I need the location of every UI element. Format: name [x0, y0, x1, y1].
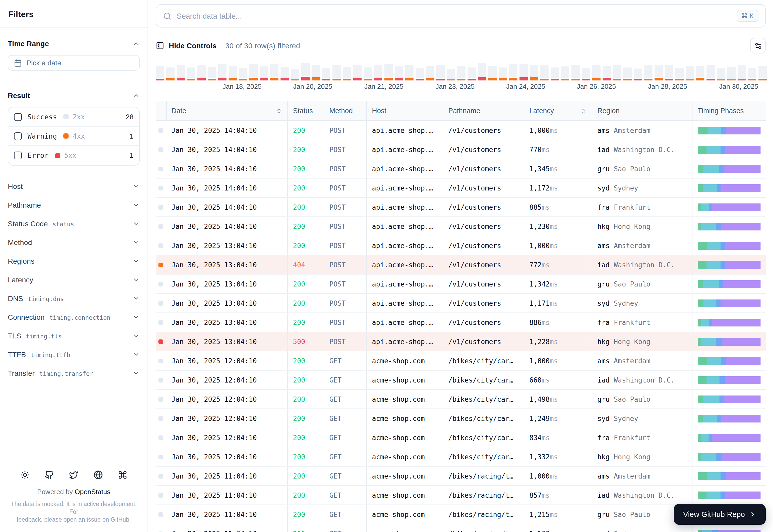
- histogram-bar[interactable]: [405, 65, 413, 80]
- table-row[interactable]: Jan 30, 2025 13:04:10404POSTapi.acme-sho…: [156, 255, 766, 275]
- histogram-bar[interactable]: [426, 66, 434, 80]
- result-option-warning[interactable]: Warning4xx1: [8, 127, 139, 146]
- chevron-up-icon[interactable]: [132, 92, 140, 99]
- histogram-bar[interactable]: [592, 65, 601, 80]
- histogram-bar[interactable]: [665, 65, 673, 80]
- sort-chevrons-icon[interactable]: [276, 108, 282, 114]
- histogram-bar[interactable]: [374, 65, 382, 80]
- histogram-bar[interactable]: [696, 66, 704, 80]
- table-row[interactable]: Jan 30, 2025 14:04:10200POSTapi.acme-sho…: [156, 217, 766, 236]
- histogram-bar[interactable]: [488, 66, 497, 80]
- histogram-bar[interactable]: [509, 64, 517, 80]
- histogram-bar[interactable]: [187, 67, 195, 80]
- chevron-up-icon[interactable]: [132, 40, 140, 47]
- sidebar-item-pathname[interactable]: Pathname: [8, 196, 140, 214]
- column-header-latency[interactable]: Latency: [524, 101, 592, 120]
- histogram-bar[interactable]: [166, 67, 174, 80]
- histogram-bar[interactable]: [343, 67, 351, 80]
- histogram-bar[interactable]: [353, 65, 362, 80]
- histogram-bar[interactable]: [364, 67, 372, 80]
- table-row[interactable]: Jan 30, 2025 13:04:10200POSTapi.acme-sho…: [156, 236, 766, 255]
- open-issue-link[interactable]: open an issue: [63, 516, 100, 523]
- histogram-bar[interactable]: [675, 68, 684, 80]
- sidebar-item-host[interactable]: Host: [8, 177, 140, 196]
- sidebar-item-connection[interactable]: Connectiontiming.connection: [8, 308, 140, 326]
- sidebar-item-latency[interactable]: Latency: [8, 270, 140, 289]
- command-icon[interactable]: [118, 470, 127, 480]
- histogram-bar[interactable]: [499, 67, 507, 80]
- table-row[interactable]: Jan 30, 2025 12:04:10200GETacme-shop.com…: [156, 447, 766, 467]
- search-input[interactable]: [176, 12, 731, 20]
- sidebar-item-method[interactable]: Method: [8, 233, 140, 252]
- histogram-bar[interactable]: [229, 66, 237, 80]
- histogram-bar[interactable]: [561, 66, 569, 80]
- histogram-bar[interactable]: [707, 65, 715, 80]
- histogram-bar[interactable]: [395, 66, 403, 80]
- github-icon[interactable]: [45, 470, 54, 480]
- histogram-bar[interactable]: [727, 67, 736, 80]
- table-row[interactable]: Jan 30, 2025 14:04:10200POSTapi.acme-sho…: [156, 198, 766, 217]
- sidebar-item-dns[interactable]: DNStiming.dns: [8, 289, 140, 308]
- checkbox-warning[interactable]: [14, 132, 22, 140]
- histogram-bar[interactable]: [540, 65, 548, 80]
- histogram-bar[interactable]: [156, 66, 164, 80]
- histogram-bar[interactable]: [758, 66, 767, 80]
- histogram-bar[interactable]: [333, 65, 341, 80]
- histogram-bar[interactable]: [582, 68, 590, 80]
- histogram-bar[interactable]: [260, 66, 268, 80]
- histogram-bar[interactable]: [249, 64, 258, 80]
- histogram-bar[interactable]: [603, 66, 611, 80]
- histogram-bar[interactable]: [291, 69, 299, 80]
- sidebar-item-regions[interactable]: Regions: [8, 252, 140, 270]
- histogram-bar[interactable]: [281, 67, 289, 80]
- histogram-bar[interactable]: [384, 64, 393, 80]
- section-time-range[interactable]: Time Range: [8, 38, 140, 49]
- date-picker-trigger[interactable]: Pick a date: [8, 55, 140, 71]
- sort-chevrons-icon[interactable]: [580, 108, 587, 114]
- histogram-bar[interactable]: [624, 67, 632, 80]
- histogram-bar[interactable]: [312, 65, 320, 80]
- histogram-bar[interactable]: [530, 65, 538, 80]
- table-row[interactable]: Jan 30, 2025 12:04:10200GETacme-shop.com…: [156, 351, 766, 371]
- view-github-repo-button[interactable]: View GitHub Repo: [674, 504, 766, 525]
- result-option-success[interactable]: Success2xx28: [8, 107, 139, 127]
- histogram-bar[interactable]: [748, 68, 756, 80]
- histogram-bar[interactable]: [270, 64, 279, 80]
- sidebar-item-transfer[interactable]: Transfertiming.transfer: [8, 364, 140, 383]
- table-row[interactable]: Jan 30, 2025 14:04:10200POSTapi.acme-sho…: [156, 121, 766, 140]
- histogram-bar[interactable]: [655, 65, 663, 80]
- globe-icon[interactable]: [93, 470, 103, 480]
- histogram-bar[interactable]: [322, 68, 330, 80]
- histogram-bar[interactable]: [208, 67, 216, 80]
- histogram-bar[interactable]: [239, 68, 247, 80]
- histogram-bar[interactable]: [571, 65, 580, 80]
- checkbox-error[interactable]: [14, 152, 22, 159]
- table-row[interactable]: Jan 30, 2025 12:04:10200GETacme-shop.com…: [156, 390, 766, 409]
- histogram-bar[interactable]: [467, 67, 476, 80]
- histogram-bar[interactable]: [519, 64, 528, 80]
- result-option-error[interactable]: Error5xx1: [8, 146, 139, 165]
- histogram-bar[interactable]: [738, 65, 746, 80]
- table-row[interactable]: Jan 30, 2025 14:04:10200POSTapi.acme-sho…: [156, 140, 766, 159]
- table-row[interactable]: Jan 30, 2025 12:04:10200GETacme-shop.com…: [156, 409, 766, 428]
- histogram-bar[interactable]: [551, 67, 559, 80]
- histogram-bar[interactable]: [447, 69, 455, 80]
- sidebar-item-tls[interactable]: TLStiming.tls: [8, 326, 140, 345]
- histogram-bar[interactable]: [198, 65, 206, 80]
- histogram-bar[interactable]: [436, 65, 445, 80]
- histogram-bar[interactable]: [176, 65, 185, 80]
- histogram-bar[interactable]: [457, 66, 465, 80]
- table-row[interactable]: Jan 30, 2025 13:04:10200POSTapi.acme-sho…: [156, 313, 766, 332]
- histogram-bar[interactable]: [613, 65, 621, 80]
- histogram-bar[interactable]: [634, 69, 642, 80]
- histogram-bar[interactable]: [478, 63, 486, 80]
- sidebar-item-ttfb[interactable]: TTFBtiming.ttfb: [8, 345, 140, 364]
- table-row[interactable]: Jan 30, 2025 13:04:10200POSTapi.acme-sho…: [156, 294, 766, 313]
- table-row[interactable]: Jan 30, 2025 14:04:10200POSTapi.acme-sho…: [156, 179, 766, 198]
- table-row[interactable]: Jan 30, 2025 13:04:10500POSTapi.acme-sho…: [156, 332, 766, 351]
- twitter-icon[interactable]: [69, 470, 78, 480]
- histogram-bar[interactable]: [301, 63, 310, 80]
- column-header-date[interactable]: Date: [166, 101, 288, 120]
- table-row[interactable]: Jan 30, 2025 12:04:10200GETacme-shop.com…: [156, 371, 766, 390]
- hide-controls-button[interactable]: Hide Controls: [156, 42, 217, 50]
